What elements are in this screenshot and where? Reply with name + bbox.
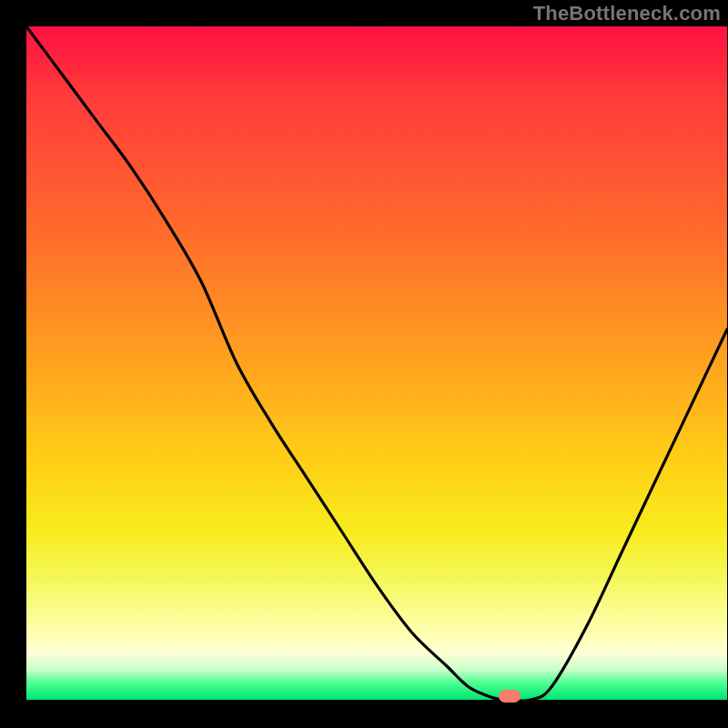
curve-path	[26, 26, 727, 700]
optimal-point-marker	[499, 690, 521, 703]
watermark-label: TheBottleneck.com	[533, 2, 721, 25]
plot-area	[26, 26, 727, 700]
bottleneck-curve	[26, 26, 727, 700]
chart-frame: TheBottleneck.com	[0, 0, 728, 728]
